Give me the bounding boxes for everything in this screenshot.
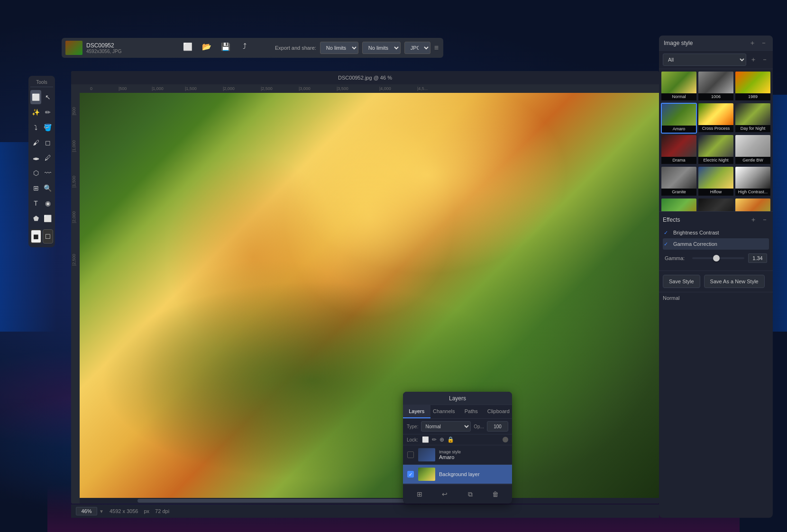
layer-type-style: Image style xyxy=(439,450,508,454)
opacity-input[interactable] xyxy=(487,421,508,432)
style-item-day-for-night[interactable]: Day for Night xyxy=(735,103,771,134)
layer-vis-bg[interactable]: ✓ xyxy=(407,470,414,478)
layer-check-bg[interactable]: ✓ xyxy=(407,471,414,478)
layer-back-btn[interactable]: ↩ xyxy=(439,488,450,500)
zoom-input[interactable] xyxy=(76,507,97,515)
add-style-filter-btn[interactable]: ＋ xyxy=(749,55,758,64)
magic-wand-tool[interactable]: ✨ xyxy=(30,105,41,119)
lock-icons: ⬜ ✏ ⊕ 🔒 xyxy=(422,436,454,443)
fill-tool[interactable]: 🪣 xyxy=(42,120,53,135)
brightness-check[interactable]: ✓ xyxy=(664,230,670,236)
lock-paint-icon[interactable]: ✏ xyxy=(432,436,437,443)
layer-delete-btn[interactable]: 🗑 xyxy=(490,488,501,500)
layer-check-style[interactable] xyxy=(407,451,414,458)
save-style-btn[interactable]: Save Style xyxy=(663,275,700,288)
lock-all-icon[interactable]: 🔒 xyxy=(447,436,454,443)
bottom-status-bar: ▼ 4592 x 3056 px 72 dpi xyxy=(71,505,659,518)
layer-tab-layers[interactable]: Layers xyxy=(403,405,430,418)
layer-vis-style[interactable] xyxy=(407,451,414,459)
gamma-value: 1.34 xyxy=(748,253,767,263)
move-tool[interactable]: ↖ xyxy=(42,90,53,104)
horizontal-scrollbar[interactable] xyxy=(80,498,659,504)
style-item-drama[interactable]: Drama xyxy=(661,135,697,165)
layer-tab-paths[interactable]: Paths xyxy=(458,405,485,418)
style-item-1006[interactable]: 1006 xyxy=(698,71,734,102)
gamma-check[interactable]: ✓ xyxy=(664,241,670,247)
style-thumb-1 xyxy=(698,72,733,93)
zoom-dropdown[interactable]: ▼ xyxy=(99,509,104,514)
remove-style-filter-btn[interactable]: － xyxy=(760,55,769,64)
lock-pixels-icon[interactable]: ⬜ xyxy=(422,436,429,443)
style-thumb-8 xyxy=(735,135,770,157)
export-limits-select-2[interactable]: No limits xyxy=(362,42,401,54)
glow-tool[interactable]: ◉ xyxy=(42,196,53,210)
export-format-select[interactable]: JPG xyxy=(404,42,430,54)
blend-type-select[interactable]: Normal xyxy=(421,421,471,432)
layer-item-style[interactable]: Image style Amaro xyxy=(403,445,512,465)
gamma-label: Gamma: xyxy=(665,255,688,261)
share-btn[interactable]: ⤴ xyxy=(236,38,253,55)
opacity-label: Op... xyxy=(474,424,484,429)
layer-duplicate-btn[interactable]: ⧉ xyxy=(465,488,476,500)
crop-tool[interactable]: ⊞ xyxy=(30,181,41,195)
dodge-tool[interactable]: ⬡ xyxy=(30,166,41,180)
style-item-india-ink[interactable]: India Ink xyxy=(698,198,734,211)
style-thumb-13 xyxy=(698,198,733,211)
style-item-1989[interactable]: 1989 xyxy=(735,71,771,102)
path-tool[interactable]: ⬟ xyxy=(30,211,41,225)
style-label-6: Drama xyxy=(661,157,696,164)
style-item-amaro[interactable]: Amaro xyxy=(661,103,697,134)
text-tool[interactable]: T xyxy=(30,196,41,210)
style-item-cross-process[interactable]: Cross Process xyxy=(698,103,734,134)
style-item-hiflow[interactable]: Hiflow xyxy=(698,166,734,197)
style-item-granite[interactable]: Granite xyxy=(661,166,697,197)
style-item-hudson[interactable]: Hudson xyxy=(661,198,697,211)
smudge-tool[interactable]: 〰 xyxy=(42,166,53,180)
lock-pos-icon[interactable]: ⊕ xyxy=(439,436,444,443)
view-btn[interactable]: ⬜ xyxy=(179,38,196,55)
clone-tool[interactable]: 🖊 xyxy=(42,151,53,165)
lasso-tool[interactable]: ⤵ xyxy=(30,120,41,135)
heal-tool[interactable]: 🕳 xyxy=(30,151,41,165)
remove-effect-btn[interactable]: － xyxy=(760,216,769,224)
tools-label: Tools xyxy=(30,80,53,87)
pencil-tool[interactable]: ✏ xyxy=(42,105,53,119)
blend-mode-row: Normal xyxy=(659,292,773,304)
shape-tool[interactable]: ⬜ xyxy=(42,211,53,225)
eraser-tool[interactable]: ◻ xyxy=(42,135,53,150)
remove-style-btn[interactable]: － xyxy=(760,39,768,47)
gamma-thumb[interactable] xyxy=(713,255,720,261)
style-item-lemonade[interactable]: Lemonade xyxy=(735,198,771,211)
add-style-btn[interactable]: ＋ xyxy=(748,39,757,47)
style-filter-select[interactable]: All xyxy=(663,54,746,66)
gamma-correction-effect[interactable]: ✓ Gamma Correction xyxy=(663,238,769,250)
style-item-gentle-bw[interactable]: Gentle BW xyxy=(735,135,771,165)
style-thumb-14 xyxy=(735,198,770,211)
save-new-style-btn[interactable]: Save As a New Style xyxy=(704,275,765,288)
save-btn-top[interactable]: 💾 xyxy=(217,38,234,55)
brightness-contrast-effect[interactable]: ✓ Brightness Contrast xyxy=(663,227,769,238)
canvas-image[interactable] xyxy=(80,93,659,504)
style-item-normal[interactable]: Normal xyxy=(661,71,697,102)
lock-label: Lock: xyxy=(407,437,418,442)
brush-tool[interactable]: 🖌 xyxy=(30,135,41,150)
gamma-slider[interactable] xyxy=(692,257,744,259)
layer-new-group-btn[interactable]: ⊞ xyxy=(414,488,425,500)
add-effect-btn[interactable]: ＋ xyxy=(749,216,758,224)
paint-tools: 🖌 ◻ xyxy=(30,135,53,150)
layer-tab-clipboard[interactable]: Clipboard xyxy=(485,405,512,418)
open-btn[interactable]: 📂 xyxy=(198,38,215,55)
style-grid: Normal10061989AmaroCross ProcessDay for … xyxy=(659,69,773,211)
rectangle-select-tool[interactable]: ⬜ xyxy=(30,90,41,104)
style-item-high-contrast...[interactable]: High Contrast... xyxy=(735,166,771,197)
layer-tab-channels[interactable]: Channels xyxy=(430,405,458,418)
export-more-btn[interactable]: ≡ xyxy=(434,44,439,52)
gamma-row: Gamma: 1.34 xyxy=(663,250,769,267)
zoom-tool[interactable]: 🔍 xyxy=(42,181,53,195)
background-color[interactable]: □ xyxy=(43,229,53,243)
export-limits-select[interactable]: No limits xyxy=(320,42,358,54)
foreground-color[interactable]: ■ xyxy=(30,229,42,243)
tools-sidebar: Tools ⬜ ↖ ✨ ✏ ⤵ 🪣 🖌 ◻ 🕳 🖊 ⬡ 〰 ⊞ 🔍 xyxy=(28,76,55,247)
style-item-electric-night[interactable]: Electric Night xyxy=(698,135,734,165)
layer-item-background[interactable]: ✓ Background layer xyxy=(403,465,512,484)
